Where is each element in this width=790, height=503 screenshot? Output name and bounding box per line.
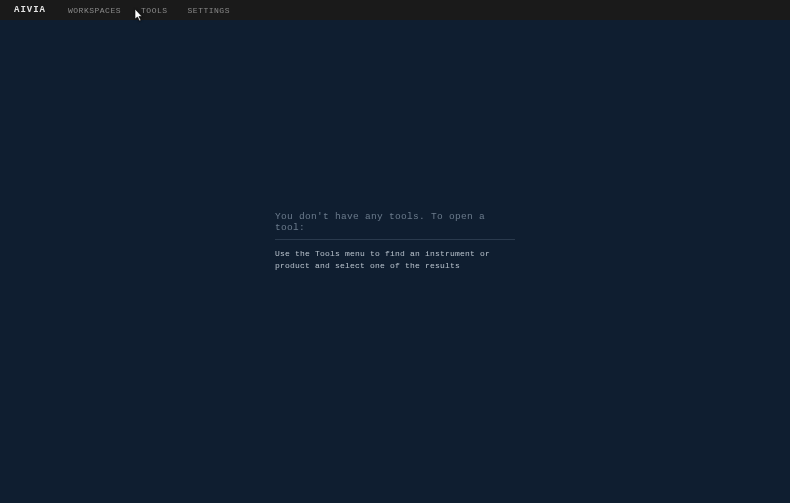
empty-state: You don't have any tools. To open a tool… [275,211,515,272]
empty-state-heading: You don't have any tools. To open a tool… [275,211,515,240]
nav-settings[interactable]: SETTINGS [188,6,230,15]
main-content: You don't have any tools. To open a tool… [0,20,790,503]
brand-logo: AIVIA [14,5,46,15]
nav-workspaces[interactable]: WORKSPACES [68,6,121,15]
nav-tools[interactable]: TOOLS [141,6,168,15]
empty-state-body: Use the Tools menu to find an instrument… [275,248,515,272]
top-bar: AIVIA WORKSPACES TOOLS SETTINGS [0,0,790,20]
